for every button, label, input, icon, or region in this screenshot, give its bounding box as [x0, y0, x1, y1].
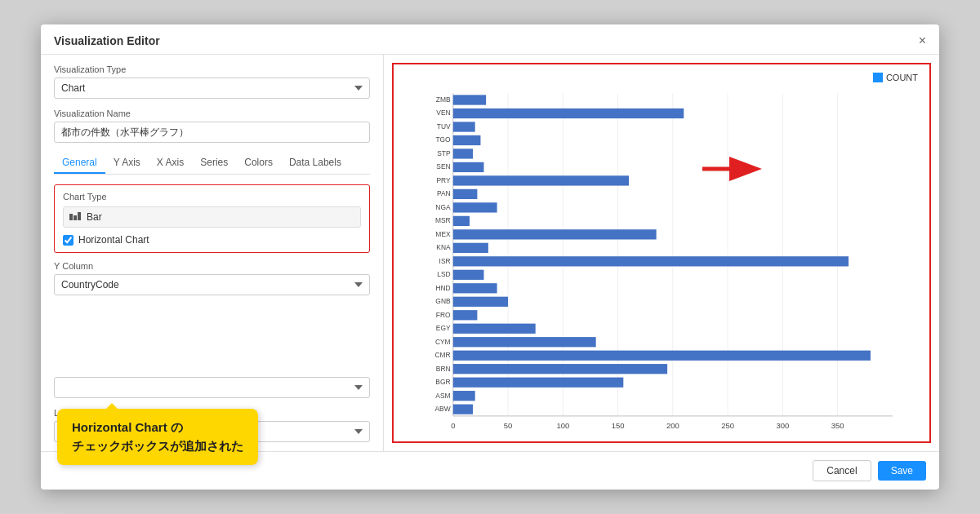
horizontal-chart-row: Horizontal Chart — [63, 234, 361, 246]
svg-rect-62 — [453, 351, 871, 361]
svg-rect-28 — [453, 122, 475, 131]
svg-rect-38 — [453, 189, 478, 199]
svg-text:SEN: SEN — [436, 162, 450, 171]
svg-text:CYM: CYM — [435, 338, 451, 346]
chart-type-label: Chart Type — [63, 192, 361, 202]
viz-type-label: Visualization Type — [54, 64, 370, 74]
y-column-select[interactable]: CountryCode — [54, 274, 370, 295]
svg-rect-32 — [453, 148, 473, 158]
svg-text:250: 250 — [721, 421, 734, 430]
tab-colors[interactable]: Colors — [236, 153, 281, 174]
svg-text:TGO: TGO — [435, 135, 451, 144]
svg-rect-52 — [453, 283, 497, 293]
y-column-group: Y Column CountryCode — [54, 261, 370, 295]
viz-name-label: Visualization Name — [54, 109, 370, 118]
legend-color-swatch — [873, 73, 883, 82]
svg-rect-70 — [453, 405, 473, 414]
save-button[interactable]: Save — [878, 461, 926, 481]
svg-rect-26 — [453, 109, 684, 118]
x-column-select[interactable] — [54, 377, 370, 398]
chart-container: COUNT 050100150200250300350ZMBVENTUVTGOS… — [392, 63, 931, 443]
chart-legend: COUNT — [873, 73, 918, 82]
tab-datalabels[interactable]: Data Labels — [281, 153, 350, 174]
bar-chart-icon — [69, 210, 82, 224]
svg-text:350: 350 — [831, 421, 844, 430]
y-column-label: Y Column — [54, 261, 370, 271]
svg-text:NGA: NGA — [435, 203, 451, 211]
tabs-row: General Y Axis X Axis Series Colors Data… — [54, 153, 370, 175]
horizontal-chart-checkbox[interactable] — [63, 235, 74, 246]
svg-text:LSD: LSD — [437, 270, 450, 278]
viz-type-group: Visualization Type Chart — [54, 64, 370, 99]
svg-rect-36 — [453, 175, 629, 185]
tab-series[interactable]: Series — [192, 153, 236, 174]
svg-rect-68 — [453, 391, 475, 401]
chart-svg: 050100150200250300350ZMBVENTUVTGOSTPSENP… — [399, 89, 921, 433]
left-panel: Visualization Type Chart Visualization N… — [41, 55, 384, 451]
svg-rect-30 — [453, 135, 481, 145]
svg-text:150: 150 — [612, 421, 625, 430]
right-panel: COUNT 050100150200250300350ZMBVENTUVTGOS… — [384, 55, 939, 451]
svg-text:100: 100 — [556, 421, 569, 430]
svg-rect-54 — [453, 297, 508, 307]
modal-body: Visualization Type Chart Visualization N… — [41, 55, 939, 451]
viz-name-group: Visualization Name — [54, 109, 370, 143]
svg-text:HND: HND — [435, 284, 450, 292]
tab-general[interactable]: General — [54, 153, 105, 174]
chart-type-box: Chart Type Bar Horizontal Chart — [54, 184, 370, 253]
svg-rect-40 — [453, 202, 497, 212]
legend-label: COUNT — [886, 73, 918, 82]
svg-text:MSR: MSR — [435, 216, 451, 224]
svg-rect-0 — [69, 214, 73, 220]
svg-text:ASM: ASM — [435, 392, 450, 400]
horizontal-chart-label[interactable]: Horizontal Chart — [78, 234, 149, 246]
x-column-group — [54, 377, 370, 398]
svg-rect-46 — [453, 243, 488, 253]
tab-yaxis[interactable]: Y Axis — [105, 153, 149, 174]
svg-rect-58 — [453, 324, 536, 334]
svg-text:ISR: ISR — [439, 257, 451, 265]
svg-text:GNB: GNB — [435, 297, 451, 305]
svg-rect-60 — [453, 337, 596, 347]
cancel-button[interactable]: Cancel — [813, 460, 871, 481]
svg-text:EGY: EGY — [436, 324, 451, 332]
svg-text:CMR: CMR — [434, 351, 450, 359]
svg-text:FRO: FRO — [436, 311, 451, 319]
arrow-icon — [698, 153, 764, 185]
svg-rect-66 — [453, 378, 623, 388]
svg-text:200: 200 — [666, 421, 679, 430]
svg-text:BGR: BGR — [435, 378, 450, 386]
svg-text:VEN: VEN — [436, 109, 450, 117]
svg-rect-64 — [453, 364, 667, 374]
close-button[interactable]: × — [919, 34, 926, 47]
callout-line1: Horizontal Chart の — [72, 420, 183, 434]
arrow-annotation — [698, 153, 764, 185]
tab-xaxis[interactable]: X Axis — [149, 153, 192, 174]
svg-rect-44 — [453, 229, 657, 239]
bar-option[interactable]: Bar — [63, 206, 361, 228]
svg-text:300: 300 — [776, 421, 789, 430]
svg-rect-24 — [453, 95, 486, 104]
svg-rect-2 — [78, 212, 81, 220]
svg-rect-1 — [74, 215, 77, 220]
svg-text:0: 0 — [451, 421, 455, 430]
modal-overlay: Visualization Editor × Visualization Typ… — [41, 24, 939, 490]
svg-text:BRN: BRN — [436, 365, 451, 373]
svg-rect-34 — [453, 162, 484, 172]
svg-text:ABW: ABW — [434, 405, 450, 413]
svg-rect-56 — [453, 310, 478, 320]
svg-text:PAN: PAN — [437, 189, 451, 197]
svg-rect-42 — [453, 216, 470, 226]
svg-text:ZMB: ZMB — [436, 95, 451, 104]
viz-name-input[interactable] — [54, 122, 370, 143]
svg-text:MEX: MEX — [435, 230, 451, 238]
svg-text:STP: STP — [437, 149, 451, 157]
svg-text:TUV: TUV — [437, 122, 451, 131]
bar-option-label: Bar — [87, 211, 102, 223]
modal-title: Visualization Editor — [54, 34, 160, 47]
modal-header: Visualization Editor × — [41, 24, 939, 55]
svg-rect-48 — [453, 256, 849, 266]
svg-text:50: 50 — [504, 421, 513, 430]
viz-type-select[interactable]: Chart — [54, 78, 370, 99]
svg-text:KNA: KNA — [436, 243, 451, 251]
